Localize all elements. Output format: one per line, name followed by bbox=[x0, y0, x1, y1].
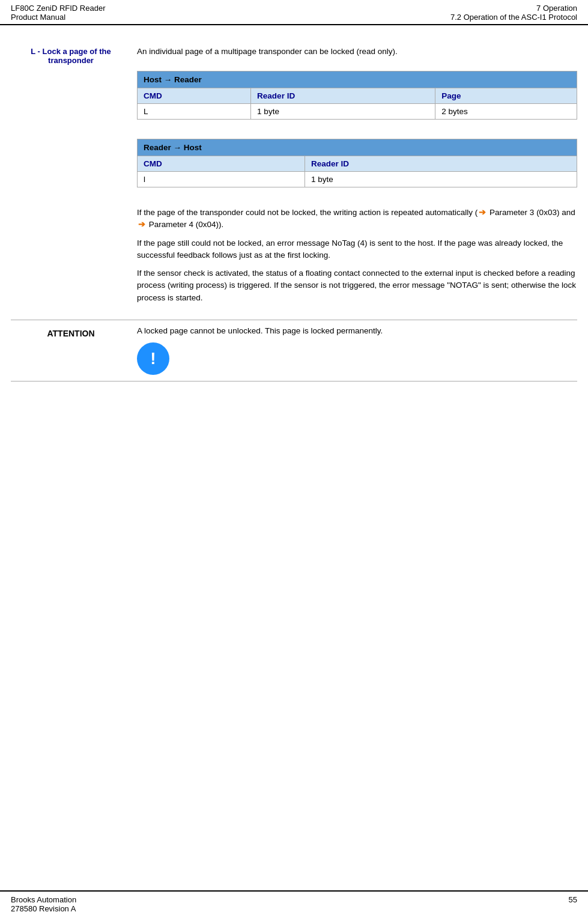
manual-title: Product Manual bbox=[11, 13, 106, 22]
host-to-reader-table: Host → Reader CMD Reader ID Page L 1 byt… bbox=[137, 71, 577, 120]
attention-label-col: ATTENTION bbox=[11, 326, 131, 338]
section-label: L - Lock a page of the transponder bbox=[11, 46, 131, 65]
header-left: LF80C ZeniD RFID Reader Product Manual bbox=[11, 4, 106, 22]
table1-cmd-val: L bbox=[138, 104, 251, 120]
paragraph-1: If the page of the transponder could not… bbox=[137, 207, 577, 231]
header-right: 7 Operation 7.2 Operation of the ASC-I1 … bbox=[450, 4, 577, 22]
table1-wrapper: Host → Reader CMD Reader ID Page L 1 byt… bbox=[11, 71, 577, 129]
table1-col-readerid: Reader ID bbox=[251, 88, 435, 104]
description-block: If the page of the transponder could not… bbox=[131, 207, 577, 310]
table2-readerid-val: 1 byte bbox=[305, 172, 577, 187]
table1-header-row: Host → Reader bbox=[138, 71, 577, 88]
chapter-title: 7 Operation bbox=[450, 4, 577, 13]
paragraph-3: If the sensor check is activated, the st… bbox=[137, 267, 577, 304]
paragraph-2: If the page still could not be locked, a… bbox=[137, 237, 577, 262]
table2-wrapper: Reader → Host CMD Reader ID l 1 byte bbox=[11, 139, 577, 197]
table1-page-val: 2 bytes bbox=[435, 104, 577, 120]
table2-col-cmd: CMD bbox=[138, 156, 305, 172]
table2-cmd-val: l bbox=[138, 172, 305, 187]
table1-header: Host → Reader bbox=[138, 71, 577, 88]
arrow2-icon: ➔ bbox=[138, 219, 145, 231]
attention-label: ATTENTION bbox=[47, 329, 94, 338]
table2-container: Reader → Host CMD Reader ID l 1 byte bbox=[131, 139, 577, 197]
description-row: If the page of the transponder could not… bbox=[11, 207, 577, 310]
revision-info: 278580 Revision A bbox=[11, 904, 76, 913]
exclamation-icon: ! bbox=[150, 350, 156, 367]
table1-readerid-val: 1 byte bbox=[251, 104, 435, 120]
attention-text: A locked page cannot be unlocked. This p… bbox=[137, 326, 577, 335]
table2-data-row: l 1 byte bbox=[138, 172, 577, 187]
table2-header: Reader → Host bbox=[138, 139, 577, 156]
table1-col-cmd: CMD bbox=[138, 88, 251, 104]
table1-col-page: Page bbox=[435, 88, 577, 104]
section-title: 7.2 Operation of the ASC-I1 Protocol bbox=[450, 13, 577, 22]
table1-data-row: L 1 byte 2 bytes bbox=[138, 104, 577, 120]
table2-col-readerid: Reader ID bbox=[305, 156, 577, 172]
attention-section: ATTENTION A locked page cannot be unlock… bbox=[11, 320, 577, 381]
label-line2: transponder bbox=[48, 56, 94, 65]
table1-container: Host → Reader CMD Reader ID Page L 1 byt… bbox=[131, 71, 577, 129]
page-header: LF80C ZeniD RFID Reader Product Manual 7… bbox=[0, 0, 588, 25]
reader-to-host-table: Reader → Host CMD Reader ID l 1 byte bbox=[137, 139, 577, 187]
section-description: An individual page of a multipage transp… bbox=[131, 46, 577, 56]
table2-header-row: Reader → Host bbox=[138, 139, 577, 156]
company-name: Brooks Automation bbox=[11, 895, 76, 904]
arrow1-icon: ➔ bbox=[479, 207, 486, 219]
page-footer: Brooks Automation 278580 Revision A 55 bbox=[0, 890, 588, 913]
table1-col-headers: CMD Reader ID Page bbox=[138, 88, 577, 104]
footer-left: Brooks Automation 278580 Revision A bbox=[11, 895, 76, 913]
label-line1: L - Lock a page of the bbox=[31, 47, 111, 56]
attention-content: A locked page cannot be unlocked. This p… bbox=[131, 326, 577, 375]
product-title: LF80C ZeniD RFID Reader bbox=[11, 4, 106, 13]
page-number: 55 bbox=[569, 895, 577, 913]
table2-col-headers: CMD Reader ID bbox=[138, 156, 577, 172]
section-heading-row: L - Lock a page of the transponder An in… bbox=[11, 46, 577, 65]
attention-icon: ! bbox=[137, 342, 169, 375]
